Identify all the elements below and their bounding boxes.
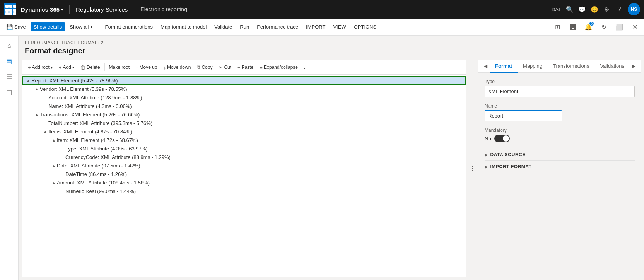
sidebar-icon-filter[interactable]: ▤: [2, 54, 16, 68]
data-source-section[interactable]: ▶ DATA SOURCE: [485, 149, 635, 160]
tree-toggle-icon[interactable]: [59, 188, 65, 194]
options-button[interactable]: OPTIONS: [351, 22, 380, 31]
close-button[interactable]: ✕: [629, 21, 641, 33]
map-format-button[interactable]: Map format to model: [157, 22, 210, 31]
office-button[interactable]: 🅾: [567, 21, 579, 33]
more-button[interactable]: ...: [301, 63, 311, 72]
tree-item[interactable]: ▲ Date: XML Attribute (97.5ms - 1.42%): [22, 161, 466, 170]
tree-toggle-icon[interactable]: ▲: [51, 162, 57, 169]
tree-item[interactable]: Type: XML Attribute (4.39s - 63.97%): [22, 144, 466, 153]
tree-item[interactable]: TotalNumber: XML Attribute (395.3ms - 5.…: [22, 119, 466, 127]
show-all-button[interactable]: Show all ▾: [67, 22, 95, 31]
make-root-button[interactable]: Make root: [106, 63, 132, 72]
move-up-button[interactable]: ↑ Move up: [133, 63, 160, 72]
tree-item-label: Report: XML Element (5.42s - 78.96%): [31, 78, 463, 84]
perf-trace-button[interactable]: Performance trace: [254, 22, 301, 31]
tree-item[interactable]: ▲ Items: XML Element (4.87s - 70.84%): [22, 127, 466, 136]
show-details-button[interactable]: Show details: [31, 22, 65, 31]
mandatory-field-group: Mandatory No: [485, 128, 635, 142]
tree-toggle-icon[interactable]: [59, 171, 65, 177]
main-layout: ⌂ ▤ ☰ ◫ PERFORMANCE TRACE FORMAT : 2 For…: [0, 36, 644, 280]
waffle-icon[interactable]: [4, 3, 16, 15]
search-icon[interactable]: 🔍: [566, 5, 574, 13]
grid-view-button[interactable]: ⊞: [551, 21, 564, 33]
format-enum-label: Format enumerations: [105, 24, 153, 30]
tab-left-arrow[interactable]: ◀: [482, 60, 490, 72]
tree-item[interactable]: Name: XML Attribute (4.3ms - 0.06%): [22, 102, 466, 110]
tree-item[interactable]: ▲ Item: XML Element (4.72s - 68.67%): [22, 136, 466, 144]
notification-button[interactable]: 🔔 0: [582, 21, 594, 33]
tree-toggle-icon[interactable]: [42, 120, 48, 126]
tab-format[interactable]: Format: [490, 60, 518, 73]
cut-button[interactable]: ✂ Cut: [216, 63, 234, 72]
show-details-label: Show details: [34, 24, 62, 30]
sidebar-icon-chart[interactable]: ◫: [2, 85, 16, 99]
map-format-label: Map format to model: [161, 24, 207, 30]
add-button[interactable]: + Add ▾: [56, 63, 77, 72]
tree-toggle-icon[interactable]: [42, 103, 48, 109]
dynamics-brand[interactable]: Dynamics 365 ▾: [18, 6, 66, 13]
move-up-label: Move up: [139, 65, 157, 70]
tree-item[interactable]: CurrencyCode: XML Attribute (88.9ms - 1.…: [22, 153, 466, 161]
tree-toggle-icon[interactable]: ▲: [34, 86, 40, 92]
chat-icon[interactable]: 💬: [578, 5, 586, 13]
mandatory-toggle[interactable]: [494, 135, 510, 142]
sidebar-icon-home[interactable]: ⌂: [2, 39, 16, 53]
import-button[interactable]: IMPORT: [303, 22, 328, 31]
tree-toggle-icon[interactable]: [42, 94, 48, 101]
tree-item[interactable]: Numeric Real (99.0ms - 1.44%): [22, 187, 466, 195]
move-down-button[interactable]: ↓ Move down: [161, 63, 194, 72]
expand-button[interactable]: ≡ Expand/collapse: [257, 63, 301, 72]
tree-item[interactable]: DateTime (86.4ms - 1.26%): [22, 170, 466, 178]
tree-toggle-icon[interactable]: [59, 154, 65, 160]
delete-icon: 🗑: [80, 65, 85, 70]
breadcrumb: PERFORMANCE TRACE FORMAT : 2: [25, 40, 638, 45]
copy-button[interactable]: ⧉ Copy: [194, 63, 215, 72]
tree-toggle-icon[interactable]: ▲: [51, 179, 57, 186]
tree-toggle-icon[interactable]: [59, 145, 65, 152]
user-icon[interactable]: 😊: [591, 5, 598, 13]
tree-item[interactable]: ▲ Vendor: XML Element (5.39s - 78.55%): [22, 85, 466, 93]
refresh-button[interactable]: ↻: [598, 21, 610, 33]
toggle-track[interactable]: [494, 135, 510, 142]
tree-toggle-icon[interactable]: ▲: [42, 128, 48, 135]
tab-mapping[interactable]: Mapping: [518, 60, 548, 73]
type-value: XML Element: [485, 86, 635, 97]
validate-button[interactable]: Validate: [211, 22, 235, 31]
tree-item[interactable]: ▲ Transactions: XML Element (5.26s - 76.…: [22, 110, 466, 119]
copy-label: Copy: [202, 65, 212, 70]
fullscreen-button[interactable]: ⬜: [613, 21, 625, 33]
tree-item[interactable]: Account: XML Attribute (128.9ms - 1.88%): [22, 93, 466, 102]
paste-icon: +: [237, 65, 241, 70]
panel-resizer[interactable]: [469, 60, 475, 277]
save-button[interactable]: 💾 Save: [3, 22, 29, 32]
run-button[interactable]: Run: [237, 22, 252, 31]
tree-toolbar: + Add root ▾ + Add ▾ 🗑 Delete: [22, 60, 466, 75]
name-input[interactable]: [485, 110, 562, 121]
right-panel-tabs: ◀ Format Mapping Transformations Validat…: [478, 60, 641, 73]
tree-toggle-icon[interactable]: ▲: [34, 111, 40, 118]
add-root-button[interactable]: + Add root ▾: [25, 63, 55, 72]
tree-toggle-icon[interactable]: ▲: [51, 137, 57, 143]
designer-area: + Add root ▾ + Add ▾ 🗑 Delete: [22, 60, 641, 277]
tree-toggle-icon[interactable]: ▲: [25, 77, 31, 84]
format-enumerations-button[interactable]: Format enumerations: [102, 22, 156, 31]
delete-button[interactable]: 🗑 Delete: [78, 63, 103, 72]
tab-right-arrow[interactable]: ▶: [630, 60, 638, 72]
tree-item[interactable]: ▲ Amount: XML Attribute (108.4ms - 1.58%…: [22, 178, 466, 187]
tab-validations[interactable]: Validations: [594, 60, 630, 73]
avatar[interactable]: NS: [628, 3, 640, 15]
tree-item[interactable]: ▲ Report: XML Element (5.42s - 78.96%): [22, 76, 466, 85]
plus-icon2: +: [59, 65, 62, 70]
make-root-label: Make root: [109, 65, 130, 70]
help-icon[interactable]: ?: [615, 5, 623, 13]
import-format-section[interactable]: ▶ IMPORT FORMAT: [485, 160, 635, 172]
view-button[interactable]: VIEW: [330, 22, 349, 31]
show-all-label: Show all: [70, 24, 89, 30]
paste-button[interactable]: + Paste: [235, 63, 256, 72]
sidebar-icon-list[interactable]: ☰: [2, 70, 16, 84]
tree-item-label: Transactions: XML Element (5.26s - 76.60…: [40, 112, 463, 118]
tree-item-label: Account: XML Attribute (128.9ms - 1.88%): [48, 95, 463, 101]
settings-icon[interactable]: ⚙: [603, 5, 611, 13]
tab-transformations[interactable]: Transformations: [548, 60, 594, 73]
